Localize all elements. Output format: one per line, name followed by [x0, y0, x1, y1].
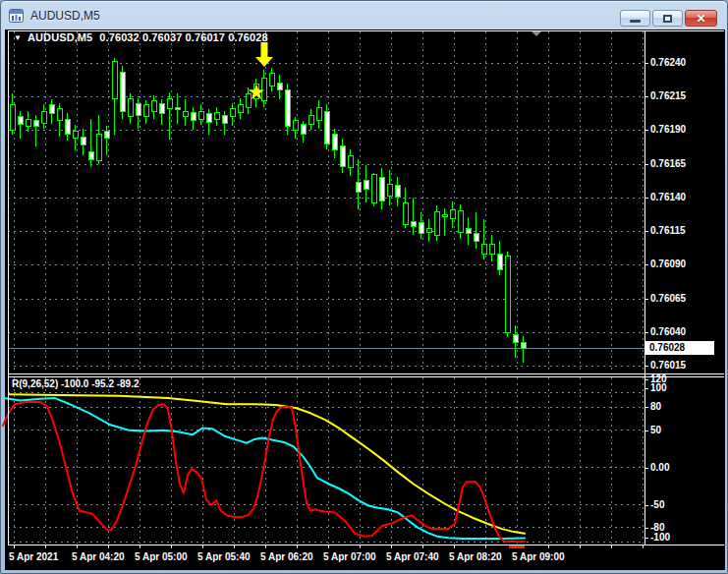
- price-axis-label: 0.76240: [650, 57, 686, 68]
- indicator-axis-label: 50: [650, 425, 661, 435]
- chart-window: AUDUSD,M5 ✕ ▼AUDUSD,M50.76032 0.76037 0.…: [0, 0, 728, 574]
- time-axis-label: 5 Apr 06:20: [260, 551, 313, 562]
- time-axis-label: 5 Apr 05:40: [197, 551, 251, 562]
- indicator-label: R(9,26,52) -100.0 -95.2 -89.2: [12, 378, 140, 389]
- price-axis-label: 0.76065: [650, 293, 686, 304]
- chart-canvas[interactable]: [1, 1, 728, 574]
- candle: [120, 66, 125, 120]
- time-axis-label: 5 Apr 05:00: [135, 551, 188, 562]
- header-symbol: AUDUSD,M5: [28, 31, 92, 43]
- header-open: 0.76032: [99, 31, 139, 43]
- price-axis-label: 0.76115: [650, 225, 686, 236]
- expander-icon[interactable]: ▼: [14, 33, 22, 42]
- time-axis-label: 5 Apr 09:00: [512, 551, 565, 562]
- header-low: 0.76017: [186, 31, 225, 43]
- price-axis-label: 0.76090: [650, 258, 686, 269]
- indicator-axis-label: 100: [650, 382, 667, 393]
- time-axis-label: 5 Apr 07:00: [323, 551, 376, 562]
- candle: [324, 104, 329, 148]
- time-axis-label: 5 Apr 07:40: [386, 551, 439, 562]
- candle: [371, 173, 376, 206]
- header-close: 0.76028: [228, 31, 267, 43]
- ohlc-header: ▼AUDUSD,M50.76032 0.76037 0.76017 0.7602…: [14, 31, 268, 43]
- indicator-axis-label: -50: [650, 499, 664, 510]
- header-high: 0.76037: [142, 31, 182, 43]
- candle: [505, 252, 510, 338]
- price-axis-label: 0.76015: [650, 360, 686, 371]
- time-axis-label: 5 Apr 04:20: [72, 551, 125, 562]
- time-axis-highlight: [509, 545, 525, 548]
- time-axis-label: 5 Apr 08:20: [449, 551, 502, 562]
- candle: [285, 84, 290, 135]
- chart-background: [5, 29, 725, 570]
- current-price-tag: 0.76028: [645, 341, 714, 355]
- time-axis-label: 5 Apr 2021: [9, 551, 58, 562]
- price-axis-label: 0.76215: [650, 90, 686, 101]
- indicator-axis-label: -100: [650, 532, 670, 543]
- price-axis-label: 0.76190: [650, 124, 686, 135]
- indicator-axis-label: 0.00: [650, 462, 669, 473]
- indicator-axis-label: 80: [650, 401, 661, 412]
- price-axis-label: 0.76165: [650, 158, 686, 169]
- price-axis-label: 0.76040: [650, 326, 686, 337]
- price-axis-label: 0.76140: [650, 192, 686, 202]
